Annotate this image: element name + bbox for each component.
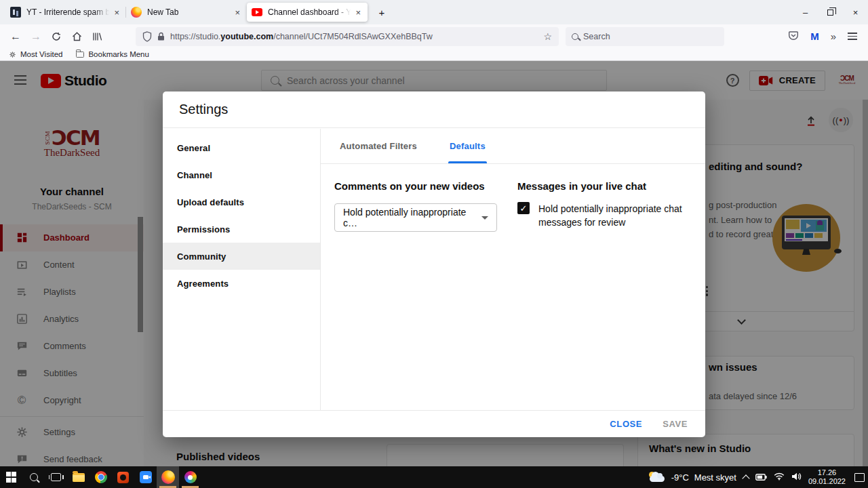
chrome-button[interactable] — [90, 466, 112, 488]
dropdown-value: Hold potentially inappropriate c… — [343, 207, 481, 228]
weather-temp: -9°C — [671, 472, 689, 483]
dark-page-favicon — [10, 7, 21, 18]
gear-icon — [9, 51, 16, 58]
tab-channel-dashboard[interactable]: Channel dashboard - YouTube S × — [247, 3, 368, 22]
home-button[interactable] — [66, 27, 87, 46]
tab-close-icon[interactable]: × — [353, 7, 363, 18]
bookmark-most-visited[interactable]: Most Visited — [9, 50, 62, 58]
dialog-title: Settings — [163, 92, 705, 128]
firefox-button[interactable] — [157, 466, 179, 488]
menu-icon[interactable] — [848, 33, 857, 40]
settings-nav-permissions[interactable]: Permissions — [163, 216, 320, 243]
windows-logo-icon — [6, 472, 17, 483]
taskbar-search-button[interactable] — [22, 466, 45, 488]
home-icon — [72, 32, 82, 41]
battery-icon[interactable] — [755, 471, 767, 483]
paint3d-button[interactable] — [179, 466, 201, 488]
bookmark-star-icon[interactable]: ☆ — [543, 31, 552, 42]
close-button[interactable]: CLOSE — [610, 419, 642, 429]
youtube-icon — [252, 8, 262, 16]
checkbox-label: Hold potentially inappropriate chat mess… — [538, 202, 682, 229]
url-domain: youtube.com — [220, 32, 273, 41]
settings-nav-agreements[interactable]: Agreements — [163, 270, 320, 297]
library-icon — [92, 32, 102, 41]
taskbar-clock[interactable]: 17.26 09.01.2022 — [808, 468, 846, 486]
save-button[interactable]: SAVE — [663, 419, 688, 429]
settings-dialog: Settings General Channel Upload defaults… — [163, 92, 705, 437]
start-button[interactable] — [0, 466, 22, 488]
checkbox-label-line1: Hold potentially inappropriate chat — [538, 203, 682, 214]
window-controls: – × — [793, 0, 868, 24]
hold-chat-checkbox-row: ✓ Hold potentially inappropriate chat me… — [517, 202, 687, 229]
zoom-icon — [140, 471, 152, 483]
bookmark-menu-folder[interactable]: Bookmarks Menu — [76, 50, 149, 58]
toolbar-right-icons: M » — [788, 30, 863, 43]
youtube-studio-page: Studio Search across your channel ? CREA… — [0, 61, 868, 466]
volume-icon[interactable] — [791, 471, 802, 483]
office-button[interactable] — [112, 466, 134, 488]
windows-taskbar: -9°C Mest skyet 17.26 09.01.2022 — [0, 466, 868, 488]
checkbox-label-line2: messages for review — [538, 217, 625, 228]
browser-toolbar: ← → https://studio.youtube.com/channel/U… — [0, 24, 868, 48]
tab-title: Channel dashboard - YouTube S — [268, 7, 351, 17]
tab-close-icon[interactable]: × — [233, 7, 242, 18]
folder-icon — [73, 473, 85, 482]
back-button[interactable]: ← — [5, 27, 26, 46]
new-tab-button[interactable]: + — [372, 3, 392, 22]
bookmarks-bar: Most Visited Bookmarks Menu — [0, 48, 868, 61]
library-button[interactable] — [87, 27, 107, 46]
minimize-button[interactable]: – — [793, 0, 818, 24]
task-view-button[interactable] — [45, 466, 67, 488]
settings-nav-upload-defaults[interactable]: Upload defaults — [163, 188, 320, 216]
url-bar[interactable]: https://studio.youtube.com/channel/UCt7M… — [136, 27, 559, 46]
settings-nav: General Channel Upload defaults Permissi… — [163, 129, 321, 410]
tracking-shield-icon[interactable] — [142, 31, 152, 42]
url-path: /channel/UCt7M504RdlSAwGXXehBBqTw — [273, 32, 433, 41]
defaults-panel: Comments on your new videos Hold potenti… — [321, 164, 705, 232]
folder-icon — [76, 52, 84, 58]
settings-content: Automated Filters Defaults Comments on y… — [321, 129, 705, 410]
reload-button[interactable] — [46, 27, 66, 46]
weather-widget[interactable]: -9°C Mest skyet — [648, 471, 736, 483]
settings-nav-community[interactable]: Community — [163, 243, 320, 270]
browser-search-placeholder: Search — [583, 32, 610, 41]
tab-automated-filters[interactable]: Automated Filters — [323, 129, 433, 163]
pocket-icon[interactable] — [788, 30, 799, 43]
comments-default-dropdown[interactable]: Hold potentially inappropriate c… — [334, 203, 497, 232]
action-center-icon[interactable] — [854, 473, 865, 482]
close-button[interactable]: × — [843, 0, 868, 24]
task-view-icon — [51, 473, 61, 481]
settings-nav-channel[interactable]: Channel — [163, 161, 320, 188]
search-icon — [572, 33, 578, 40]
malwarebytes-icon[interactable]: M — [810, 30, 819, 42]
tab-new-tab[interactable]: New Tab × — [126, 3, 247, 22]
dialog-body: General Channel Upload defaults Permissi… — [163, 129, 705, 410]
chrome-icon — [95, 471, 107, 483]
weather-cloud-icon — [648, 471, 666, 483]
reload-icon — [52, 32, 61, 41]
tab-defaults[interactable]: Defaults — [433, 129, 502, 163]
tab-spam-bots[interactable]: YT - Irriterende spam boter - Int × — [5, 3, 126, 22]
overflow-chevrons-icon[interactable]: » — [831, 30, 836, 42]
paint-icon — [184, 471, 197, 483]
firefox-icon — [131, 7, 142, 18]
url-scheme: https://studio. — [170, 32, 220, 41]
file-explorer-button[interactable] — [67, 466, 90, 488]
restore-button[interactable] — [818, 0, 843, 24]
browser-search-box[interactable]: Search — [566, 27, 724, 46]
wifi-icon[interactable] — [774, 471, 785, 483]
lock-icon[interactable] — [157, 32, 165, 41]
comments-heading: Comments on your new videos — [334, 180, 517, 192]
system-tray: -9°C Mest skyet 17.26 09.01.2022 — [648, 466, 865, 488]
tray-expand-icon[interactable] — [742, 474, 749, 482]
browser-tab-bar: YT - Irriterende spam boter - Int × New … — [0, 0, 868, 24]
firefox-icon — [161, 470, 175, 484]
clock-time: 17.26 — [808, 468, 846, 477]
tab-close-icon[interactable]: × — [112, 7, 121, 18]
bookmark-label: Most Visited — [20, 50, 62, 58]
settings-nav-general[interactable]: General — [163, 134, 320, 161]
tab-title: New Tab — [147, 7, 230, 17]
live-chat-column: Messages in your live chat ✓ Hold potent… — [517, 180, 687, 232]
zoom-button[interactable] — [134, 466, 157, 488]
checkbox-checked[interactable]: ✓ — [517, 202, 530, 214]
